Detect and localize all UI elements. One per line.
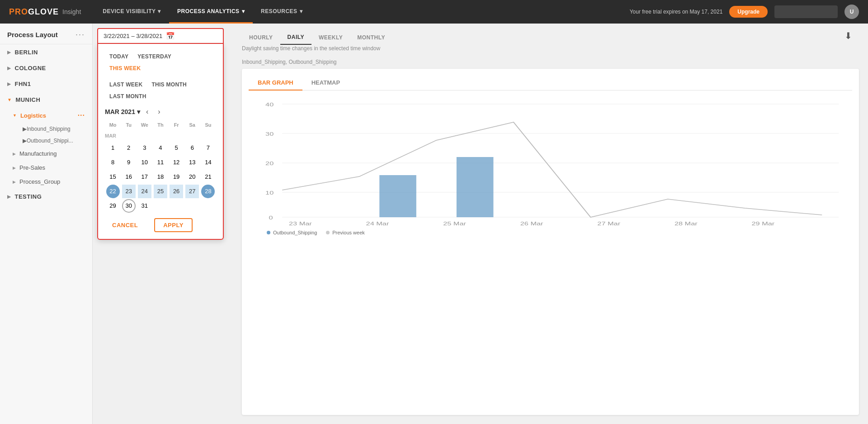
download-button[interactable]: ⬇: [844, 30, 852, 41]
sidebar-group-cologne-label: COLOGNE: [15, 65, 46, 71]
sidebar-item-process-group[interactable]: ▶ Process_Group: [0, 175, 92, 189]
sidebar-item-munich[interactable]: ▼ MUNICH: [0, 92, 92, 108]
tab-daily[interactable]: DAILY: [280, 30, 311, 45]
sidebar-item-outbound-label: Outbound_Shippi...: [27, 138, 73, 144]
search-input[interactable]: [774, 5, 838, 18]
tab-weekly[interactable]: WEEKLY: [311, 31, 350, 44]
chart-legend: Outbound_Shipping Previous week: [249, 230, 852, 235]
cal-day-29[interactable]: 29: [106, 199, 120, 213]
nav-device-visibility[interactable]: DEVICE VISIBILITY ▾: [94, 0, 169, 24]
sidebar-item-manufacturing[interactable]: ▶ Manufacturing: [0, 147, 92, 161]
cal-day-2[interactable]: 2: [122, 141, 136, 155]
trial-text: Your free trial expires on May 17, 2021: [630, 9, 723, 15]
cal-day-31[interactable]: 31: [138, 199, 151, 213]
top-navigation: PROGLOVE Insight DEVICE VISIBILITY ▾ PRO…: [0, 0, 868, 24]
sidebar-item-berlin[interactable]: ▶ BERLIN: [0, 44, 92, 60]
svg-text:23 Mar: 23 Mar: [289, 221, 312, 226]
cal-day-28[interactable]: 28: [201, 185, 215, 198]
nav-resources[interactable]: RESOURCES ▾: [253, 0, 311, 24]
quick-last-week[interactable]: LAST WEEK: [105, 79, 147, 91]
quick-yesterday[interactable]: YESTERDAY: [133, 51, 176, 62]
cal-day-11[interactable]: 11: [154, 156, 167, 169]
chevron-right-icon: ▶: [23, 138, 27, 144]
sidebar-options-button[interactable]: ···: [75, 30, 85, 39]
chevron-right-icon: ▶: [13, 180, 16, 184]
sidebar-group-testing: ▶ TESTING: [0, 189, 92, 205]
sidebar-item-inbound-shipping[interactable]: ▶ Inbound_Shipping: [0, 123, 92, 135]
cal-day-6[interactable]: 6: [185, 141, 199, 155]
cal-day-5[interactable]: 5: [170, 141, 183, 155]
sidebar-item-testing[interactable]: ▶ TESTING: [0, 189, 92, 205]
legend-dot-outbound: [267, 231, 270, 234]
sidebar-item-manufacturing-label: Manufacturing: [19, 150, 57, 157]
cal-day-16[interactable]: 16: [122, 170, 136, 184]
quick-this-week[interactable]: THIS WEEK: [105, 62, 145, 74]
chart-tab-bar-graph[interactable]: BAR GRAPH: [249, 76, 302, 91]
cal-day-22[interactable]: 22: [106, 185, 120, 198]
sidebar-item-cologne[interactable]: ▶ COLOGNE: [0, 60, 92, 76]
chevron-down-icon: ▾: [242, 8, 245, 14]
chevron-right-icon: ▶: [13, 152, 16, 156]
cal-day-18[interactable]: 18: [154, 170, 167, 184]
quick-last-month[interactable]: LAST MONTH: [105, 91, 151, 102]
cal-day-9[interactable]: 9: [122, 156, 136, 169]
calendar-week-2: 8 9 10 11 12 13 14: [105, 156, 216, 169]
sidebar-item-logistics[interactable]: ▼ Logistics ···: [0, 108, 92, 123]
cal-day-30[interactable]: 30: [122, 199, 136, 213]
tab-hourly[interactable]: HOURLY: [242, 31, 280, 44]
sidebar-item-pre-sales[interactable]: ▶ Pre-Sales: [0, 161, 92, 175]
apply-button[interactable]: APPLY: [154, 218, 193, 232]
cal-day-21[interactable]: 21: [201, 170, 215, 184]
svg-text:27 Mar: 27 Mar: [597, 221, 620, 226]
quick-this-month[interactable]: THIS MONTH: [147, 79, 191, 91]
sidebar-item-outbound-shipping[interactable]: ▶ Outbound_Shippi...: [0, 135, 92, 147]
cal-day-7[interactable]: 7: [201, 141, 215, 155]
cal-day-1[interactable]: 1: [106, 141, 120, 155]
tab-monthly[interactable]: MONTHLY: [350, 31, 392, 44]
logistics-options-icon[interactable]: ···: [78, 111, 85, 119]
cal-day-10[interactable]: 10: [138, 156, 151, 169]
prev-week-line: [282, 122, 822, 217]
cal-day-13[interactable]: 13: [185, 156, 199, 169]
date-picker-overlay: 3/22/2021 – 3/28/2021 📅 TODAY YESTERDAY …: [97, 28, 224, 240]
sidebar-header: Process Layout ···: [0, 24, 92, 44]
calendar-week-3: 15 16 17 18 19 20 21: [105, 170, 216, 184]
col-sa: Sa: [184, 120, 200, 129]
col-we: We: [137, 120, 152, 129]
chart-tab-heatmap[interactable]: HEATMAP: [302, 76, 349, 91]
date-range-input[interactable]: 3/22/2021 – 3/28/2021 📅: [97, 28, 224, 44]
cal-day-27[interactable]: 27: [185, 185, 199, 198]
cal-day-23[interactable]: 23: [122, 185, 136, 198]
next-month-button[interactable]: ›: [154, 107, 164, 117]
cal-day-17[interactable]: 17: [138, 170, 151, 184]
bar-24mar: [379, 175, 416, 217]
daylight-saving-warning: Daylight saving time changes in the sele…: [242, 45, 380, 52]
cal-day-12[interactable]: 12: [170, 156, 183, 169]
logo: PROGLOVE Insight: [9, 7, 81, 17]
cal-day-26[interactable]: 26: [170, 185, 183, 198]
avatar[interactable]: U: [844, 5, 859, 19]
quick-buttons-row2: LAST WEEK THIS MONTH LAST MONTH: [105, 79, 216, 102]
cal-day-14[interactable]: 14: [201, 156, 215, 169]
col-mo: Mo: [105, 120, 121, 129]
cancel-button[interactable]: CANCEL: [105, 218, 145, 232]
cal-day-19[interactable]: 19: [170, 170, 183, 184]
sidebar-item-fhn1[interactable]: ▶ FHN1: [0, 76, 92, 92]
quick-today[interactable]: TODAY: [105, 51, 133, 62]
logo-pro: PRO: [9, 7, 28, 17]
cal-day-3[interactable]: 3: [138, 141, 151, 155]
cal-empty-2: [170, 199, 183, 213]
nav-process-analytics[interactable]: PROCESS ANALYTICS ▾: [169, 0, 253, 24]
cal-day-8[interactable]: 8: [106, 156, 120, 169]
calendar-week-5: 29 30 31: [105, 199, 216, 213]
upgrade-button[interactable]: Upgrade: [729, 6, 768, 18]
cal-day-20[interactable]: 20: [185, 170, 199, 184]
logo-insight: Insight: [62, 8, 81, 15]
chart-panel: BAR GRAPH HEATMAP 40 30 20 10 0: [242, 69, 859, 415]
svg-text:25 Mar: 25 Mar: [443, 221, 466, 226]
cal-day-15[interactable]: 15: [106, 170, 120, 184]
cal-day-25[interactable]: 25: [154, 185, 167, 198]
cal-day-24[interactable]: 24: [138, 185, 151, 198]
cal-day-4[interactable]: 4: [154, 141, 167, 155]
prev-month-button[interactable]: ‹: [142, 107, 152, 117]
